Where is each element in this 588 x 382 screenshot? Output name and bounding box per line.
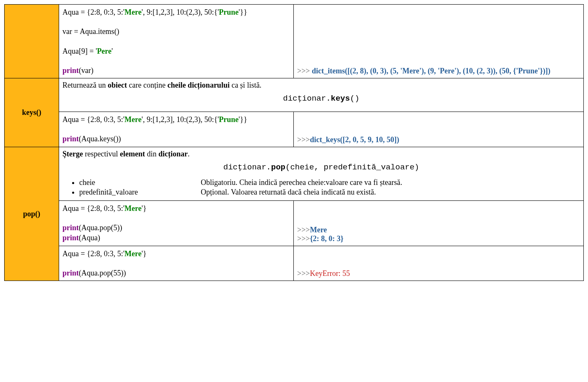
desc-text: Returnează un bbox=[62, 81, 108, 89]
output-pop-1: >>>Mere >>>{2: 8, 0: 3} bbox=[294, 200, 584, 246]
syntax-method: pop bbox=[271, 163, 285, 172]
code-text: Aqua = {2:8, 0:3, 5:' bbox=[62, 115, 124, 124]
param-name: cheie bbox=[79, 178, 201, 187]
code-text: '}} bbox=[238, 8, 247, 16]
desc-text: care conține bbox=[127, 81, 167, 89]
string-literal: Prune bbox=[219, 8, 238, 16]
desc-keys: Returnează un obiect care conține cheile… bbox=[59, 78, 584, 112]
syntax-args: () bbox=[350, 94, 360, 103]
param-item: cheieObligatoriu. Cheia indică perechea … bbox=[79, 178, 580, 187]
row-pop-ex2: Aqua = {2:8, 0:3, 5:'Mere'} print(Aqua.p… bbox=[5, 246, 584, 281]
code-text: Aqua[9] = ' bbox=[62, 47, 97, 55]
string-literal: Mere bbox=[124, 8, 142, 16]
syntax-args: (cheie, predefinită_valoare) bbox=[285, 163, 419, 172]
syntax-keys: dicționar.keys() bbox=[62, 94, 580, 103]
code-text: Aqua = {2:8, 0:3, 5:' bbox=[62, 249, 124, 258]
methods-table: Aqua = {2:8, 0:3, 5:'Mere', 9:[1,2,3], 1… bbox=[4, 4, 584, 281]
code-pop-2: Aqua = {2:8, 0:3, 5:'Mere'} print(Aqua.p… bbox=[59, 246, 294, 281]
code-text: ', 9:[1,2,3], 10:(2,3), 50:{' bbox=[142, 8, 219, 16]
desc-text: ca și listă. bbox=[230, 81, 262, 89]
keyword-print: print bbox=[62, 66, 79, 75]
method-name-keys: keys() bbox=[5, 78, 59, 147]
desc-text: din bbox=[145, 150, 158, 158]
string-literal: Mere bbox=[124, 115, 142, 124]
string-literal: Mere bbox=[124, 249, 142, 258]
code-text: '} bbox=[142, 204, 147, 213]
code-text: '} bbox=[142, 249, 147, 258]
syntax-method: keys bbox=[331, 94, 350, 103]
code-line: var = Aqua.items() bbox=[62, 26, 290, 36]
string-literal: Prune bbox=[219, 115, 238, 124]
param-desc: Obligatoriu. Cheia indică perechea cheie… bbox=[201, 178, 402, 187]
code-text: ', 9:[1,2,3], 10:(2,3), 50:{' bbox=[142, 115, 219, 124]
repl-prompt: >>> bbox=[297, 234, 310, 243]
output-pop-2: >>>KeyError: 55 bbox=[294, 246, 584, 281]
desc-bold: dicționar bbox=[158, 150, 188, 158]
code-text: '}} bbox=[238, 115, 247, 124]
code-text: (var) bbox=[79, 66, 93, 75]
output-value: dict_items([(2, 8), (0, 3), (5, 'Mere'),… bbox=[312, 67, 550, 75]
code-keys: Aqua = {2:8, 0:3, 5:'Mere', 9:[1,2,3], 1… bbox=[59, 112, 294, 147]
code-text: (Aqua.keys()) bbox=[79, 135, 121, 143]
desc-bold: obiect bbox=[108, 81, 127, 89]
output-error: KeyError: 55 bbox=[310, 269, 350, 278]
desc-bold: Șterge bbox=[62, 150, 83, 158]
syntax-obj: dicționar. bbox=[283, 94, 331, 103]
code-text: Aqua = {2:8, 0:3, 5:' bbox=[62, 204, 124, 213]
row-keys-desc: keys() Returnează un obiect care conține… bbox=[5, 78, 584, 112]
param-name: predefinită_valoare bbox=[79, 188, 201, 197]
output-value: {2: 8, 0: 3} bbox=[310, 234, 343, 243]
keyword-print: print bbox=[62, 269, 79, 277]
desc-bold: element bbox=[120, 150, 145, 158]
repl-prompt: >>> bbox=[297, 135, 310, 144]
code-text: ' bbox=[111, 47, 113, 55]
repl-prompt: >>> bbox=[297, 67, 312, 75]
string-literal: Mere bbox=[124, 204, 142, 213]
row-keys-ex: Aqua = {2:8, 0:3, 5:'Mere', 9:[1,2,3], 1… bbox=[5, 112, 584, 147]
code-text: (Aqua.pop(5)) bbox=[79, 223, 122, 232]
code-text: (Aqua.pop(55)) bbox=[79, 269, 126, 277]
code-pop-1: Aqua = {2:8, 0:3, 5:'Mere'} print(Aqua.p… bbox=[59, 200, 294, 246]
param-desc: Opțional. Valoarea returnată dacă cheia … bbox=[201, 188, 376, 196]
keyword-print: print bbox=[62, 234, 79, 242]
output-keys: >>>dict_keys([2, 0, 5, 9, 10, 50]) bbox=[294, 112, 584, 147]
param-list: cheieObligatoriu. Cheia indică perechea … bbox=[62, 178, 580, 197]
output-value: Mere bbox=[310, 226, 327, 234]
method-name-pop: pop() bbox=[5, 147, 59, 281]
param-item: predefinită_valoareOpțional. Valoarea re… bbox=[79, 187, 580, 197]
desc-bold: cheile dicționarului bbox=[167, 81, 230, 89]
row-pop-desc: pop() Șterge respectivul element din dic… bbox=[5, 147, 584, 200]
output-items: >>> dict_items([(2, 8), (0, 3), (5, 'Mer… bbox=[294, 5, 584, 78]
desc-pop: Șterge respectivul element din dicționar… bbox=[59, 147, 584, 200]
syntax-obj: dicționar. bbox=[223, 163, 271, 172]
keyword-print: print bbox=[62, 223, 79, 232]
repl-prompt: >>> bbox=[297, 226, 310, 234]
row-pop-ex1: Aqua = {2:8, 0:3, 5:'Mere'} print(Aqua.p… bbox=[5, 200, 584, 246]
row-items: Aqua = {2:8, 0:3, 5:'Mere', 9:[1,2,3], 1… bbox=[5, 5, 584, 78]
method-name-items bbox=[5, 5, 59, 78]
code-text: (Aqua) bbox=[79, 234, 100, 242]
desc-text: respectivul bbox=[83, 150, 120, 158]
desc-text: . bbox=[188, 150, 190, 158]
repl-prompt: >>> bbox=[297, 269, 310, 278]
code-text: Aqua = {2:8, 0:3, 5:' bbox=[62, 8, 124, 16]
code-items: Aqua = {2:8, 0:3, 5:'Mere', 9:[1,2,3], 1… bbox=[59, 5, 294, 78]
keyword-print: print bbox=[62, 135, 79, 143]
syntax-pop: dicționar.pop(cheie, predefinită_valoare… bbox=[62, 163, 580, 172]
string-literal: Pere bbox=[97, 47, 111, 55]
output-value: dict_keys([2, 0, 5, 9, 10, 50]) bbox=[310, 135, 399, 144]
